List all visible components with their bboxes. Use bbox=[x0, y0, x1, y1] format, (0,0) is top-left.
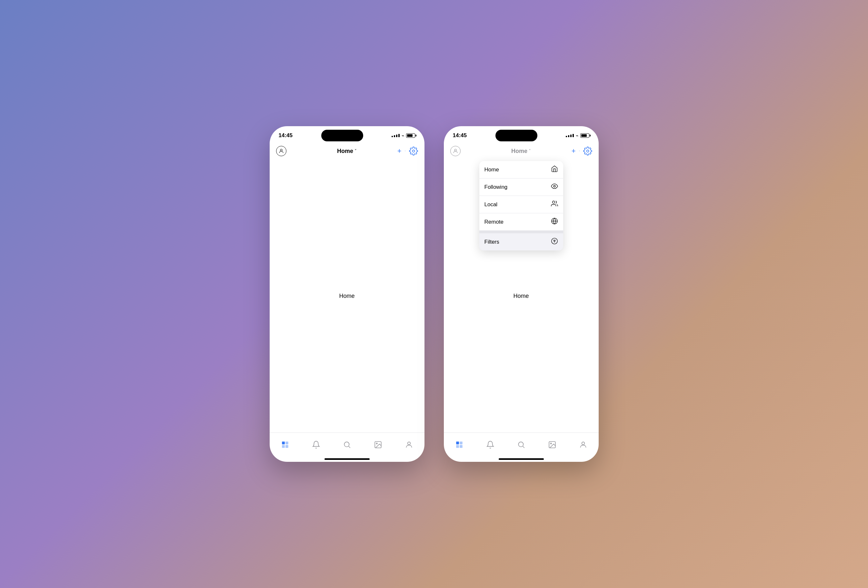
battery-fill-2 bbox=[581, 134, 587, 137]
signal-bar-3 bbox=[396, 134, 397, 137]
dropdown-item-remote[interactable]: Remote bbox=[479, 213, 563, 231]
profile-icon-2[interactable] bbox=[450, 146, 461, 156]
dropdown-label-following: Following bbox=[484, 184, 508, 191]
tab-notifications-2[interactable] bbox=[486, 440, 495, 449]
page-title-1: Home bbox=[339, 293, 354, 300]
tab-search-1[interactable] bbox=[343, 440, 351, 449]
tab-bar-2 bbox=[444, 433, 599, 462]
tab-timeline-1[interactable] bbox=[281, 440, 289, 449]
bell-icon-2 bbox=[486, 440, 495, 449]
add-button-1[interactable]: + bbox=[397, 148, 402, 155]
status-time-2: 14:45 bbox=[453, 132, 467, 139]
svg-point-12 bbox=[586, 150, 589, 152]
profile-tab-icon-2 bbox=[579, 440, 588, 449]
svg-rect-2 bbox=[282, 442, 285, 445]
dropdown-label-remote: Remote bbox=[484, 219, 504, 225]
nav-chevron-1: ˅ bbox=[354, 148, 357, 154]
status-icons-1: ⌁ bbox=[391, 133, 415, 138]
people-menu-icon bbox=[551, 200, 558, 209]
tab-profile-1[interactable] bbox=[405, 440, 413, 449]
gear-icon-2[interactable] bbox=[583, 146, 592, 155]
timeline-icon-2 bbox=[455, 440, 464, 449]
svg-point-6 bbox=[344, 442, 349, 447]
profile-tab-icon-1 bbox=[405, 440, 413, 449]
dropdown-item-following[interactable]: Following bbox=[479, 179, 563, 196]
nav-bar-1: Home ˅ + · bbox=[270, 143, 425, 160]
nav-left-1 bbox=[276, 146, 286, 156]
globe-menu-icon bbox=[551, 217, 558, 226]
svg-point-29 bbox=[582, 442, 585, 445]
nav-title-2: Home bbox=[511, 148, 527, 155]
media-icon-2 bbox=[548, 440, 557, 449]
dropdown-label-home: Home bbox=[484, 167, 499, 173]
tab-bar-1 bbox=[270, 433, 425, 462]
tab-notifications-1[interactable] bbox=[312, 440, 320, 449]
dropdown-label-local: Local bbox=[484, 201, 498, 208]
svg-rect-3 bbox=[285, 442, 288, 445]
dynamic-island-1 bbox=[321, 130, 363, 141]
nav-right-1: + · bbox=[397, 146, 418, 155]
status-bar-1: 14:45 ⌁ bbox=[270, 126, 425, 143]
timeline-icon-1 bbox=[281, 440, 289, 449]
dot-1: · bbox=[405, 149, 406, 153]
signal-dots-2 bbox=[566, 134, 574, 137]
svg-rect-23 bbox=[456, 445, 459, 448]
phone-1: 14:45 ⌁ Home ˅ bbox=[270, 126, 425, 462]
signal-bar-4 bbox=[399, 134, 400, 137]
nav-title-1: Home bbox=[337, 148, 353, 155]
svg-point-25 bbox=[518, 442, 523, 447]
nav-bar-2: Home ˅ + · bbox=[444, 143, 599, 160]
nav-center-1[interactable]: Home ˅ bbox=[337, 148, 357, 155]
wifi-icon-2: ⌁ bbox=[576, 133, 578, 138]
signal-bar-1 bbox=[391, 136, 393, 137]
dropdown-menu: Home Following bbox=[479, 161, 563, 250]
wifi-icon-1: ⌁ bbox=[402, 133, 404, 138]
nav-center-2[interactable]: Home ˅ bbox=[511, 148, 531, 155]
eye-menu-icon bbox=[551, 183, 558, 191]
status-icons-2: ⌁ bbox=[566, 133, 589, 138]
svg-point-1 bbox=[412, 150, 415, 152]
status-time-1: 14:45 bbox=[279, 132, 292, 139]
dot-2: · bbox=[579, 149, 580, 153]
search-icon-2 bbox=[517, 440, 526, 449]
search-icon-1 bbox=[343, 440, 351, 449]
svg-point-11 bbox=[455, 149, 456, 151]
nav-left-2 bbox=[450, 146, 461, 156]
svg-point-10 bbox=[407, 442, 410, 445]
svg-line-7 bbox=[349, 446, 350, 448]
dropdown-item-local[interactable]: Local bbox=[479, 196, 563, 213]
svg-rect-24 bbox=[460, 445, 462, 448]
svg-point-14 bbox=[552, 201, 555, 203]
signal-bar-2 bbox=[394, 135, 395, 137]
profile-icon-1[interactable] bbox=[276, 146, 286, 156]
tab-timeline-2[interactable] bbox=[455, 440, 464, 449]
add-button-2[interactable]: + bbox=[571, 148, 576, 155]
signal-bar-8 bbox=[573, 134, 574, 137]
dropdown-item-home[interactable]: Home bbox=[479, 161, 563, 179]
battery-icon-1 bbox=[406, 133, 415, 138]
svg-line-26 bbox=[523, 446, 524, 448]
dropdown-item-filters[interactable]: Filters bbox=[479, 231, 563, 250]
gear-icon-1[interactable] bbox=[409, 146, 418, 155]
svg-point-28 bbox=[550, 443, 551, 444]
tab-media-1[interactable] bbox=[374, 440, 382, 449]
tab-search-2[interactable] bbox=[517, 440, 526, 449]
tab-profile-2[interactable] bbox=[579, 440, 588, 449]
home-menu-icon bbox=[551, 165, 558, 174]
dynamic-island-2 bbox=[496, 130, 537, 141]
battery-icon-2 bbox=[580, 133, 589, 138]
svg-point-9 bbox=[376, 443, 377, 444]
svg-rect-4 bbox=[282, 445, 285, 448]
signal-bar-7 bbox=[570, 134, 571, 137]
svg-point-0 bbox=[280, 149, 282, 151]
signal-bar-5 bbox=[566, 136, 567, 137]
signal-dots-1 bbox=[391, 134, 400, 137]
phone-2: 14:45 ⌁ Home ˅ bbox=[444, 126, 599, 462]
bell-icon-1 bbox=[312, 440, 320, 449]
home-indicator-1 bbox=[325, 458, 370, 460]
battery-fill-1 bbox=[407, 134, 413, 137]
signal-bar-6 bbox=[568, 135, 569, 137]
home-indicator-2 bbox=[499, 458, 544, 460]
tab-media-2[interactable] bbox=[548, 440, 557, 449]
filter-menu-icon bbox=[551, 238, 558, 246]
